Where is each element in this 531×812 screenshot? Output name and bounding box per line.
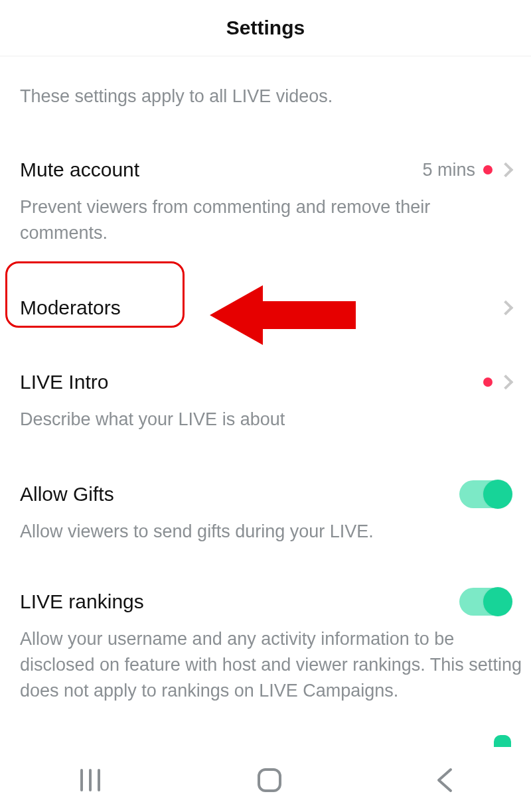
row-live-rankings: LIVE rankings Allow your username and an… (20, 565, 511, 724)
live-rankings-title: LIVE rankings (20, 590, 144, 613)
allow-gifts-title: Allow Gifts (20, 483, 114, 506)
allow-gifts-toggle[interactable] (459, 480, 511, 508)
moderators-title: Moderators (20, 297, 121, 319)
home-button[interactable] (256, 767, 283, 796)
row-right: 5 mins (422, 160, 511, 180)
row-moderators[interactable]: Moderators (20, 266, 511, 352)
status-dot-icon (483, 377, 493, 387)
row-right (459, 588, 511, 616)
intro-text: These settings apply to all LIVE videos. (20, 56, 511, 140)
back-button[interactable] (435, 767, 455, 796)
mute-account-value: 5 mins (422, 160, 475, 180)
row-head: LIVE rankings (20, 586, 511, 617)
partial-toggle-icon (494, 735, 511, 747)
live-rankings-desc: Allow your username and any activity inf… (20, 617, 524, 704)
svg-rect-4 (259, 770, 280, 791)
row-mute-account[interactable]: Mute account 5 mins Prevent viewers from… (20, 140, 511, 266)
live-intro-title: LIVE Intro (20, 371, 108, 393)
recent-apps-button[interactable] (76, 768, 104, 795)
row-head: Allow Gifts (20, 479, 511, 509)
chevron-right-icon (498, 301, 514, 316)
row-right (459, 480, 511, 508)
page-title: Settings (226, 17, 305, 39)
mute-account-desc: Prevent viewers from commenting and remo… (20, 185, 511, 246)
row-allow-gifts: Allow Gifts Allow viewers to send gifts … (20, 452, 511, 565)
live-rankings-toggle[interactable] (459, 588, 511, 616)
settings-content: These settings apply to all LIVE videos.… (0, 56, 531, 724)
chevron-right-icon (498, 163, 514, 178)
row-right (500, 303, 511, 313)
system-navbar (0, 751, 531, 812)
row-head: Mute account 5 mins (20, 155, 511, 185)
live-intro-desc: Describe what your LIVE is about (20, 397, 511, 433)
allow-gifts-desc: Allow viewers to send gifts during your … (20, 509, 511, 545)
status-dot-icon (483, 165, 493, 174)
toggle-knob (483, 587, 512, 616)
row-head: LIVE Intro (20, 367, 511, 397)
row-right (483, 377, 511, 387)
mute-account-title: Mute account (20, 159, 139, 181)
header: Settings (0, 0, 531, 56)
row-live-intro[interactable]: LIVE Intro Describe what your LIVE is ab… (20, 352, 511, 452)
row-head: Moderators (20, 293, 511, 323)
toggle-knob (483, 480, 512, 509)
chevron-right-icon (498, 375, 514, 390)
